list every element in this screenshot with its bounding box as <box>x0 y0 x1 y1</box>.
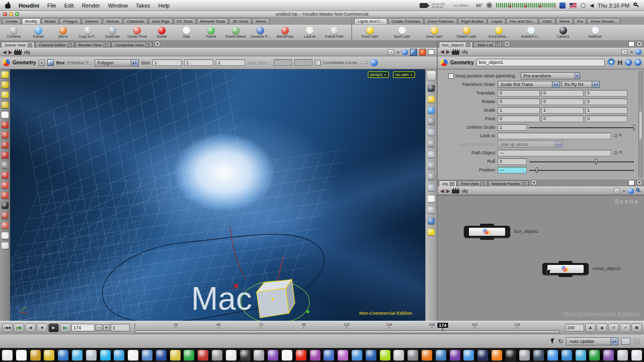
tool-icon[interactable] <box>2 162 9 168</box>
shelf-tab[interactable]: Create Particles <box>388 18 424 24</box>
back-icon[interactable]: ◀ <box>440 189 444 194</box>
shelf-tab[interactable]: Character <box>123 18 148 24</box>
tool-icon[interactable] <box>2 92 9 98</box>
keep-position-checkbox[interactable] <box>448 73 454 79</box>
shelf-tool[interactable]: Parent Blend <box>223 27 248 38</box>
close-icon[interactable]: ✕ <box>104 43 108 47</box>
uniform-scale-field[interactable] <box>498 124 527 131</box>
node-chooser-icon[interactable]: ◲ <box>614 134 618 138</box>
transform-order-select[interactable]: Scale Rot Trans▲▼ <box>498 81 560 88</box>
realtime-toggle-button[interactable]: ◉ <box>597 323 607 332</box>
scale-x-field[interactable] <box>498 107 540 114</box>
stop-button[interactable]: ■ <box>37 323 47 332</box>
dock-icon[interactable] <box>2 350 13 360</box>
size-z-field[interactable] <box>216 59 245 66</box>
node-label[interactable]: box_object1 <box>514 229 539 234</box>
shelf-tab[interactable]: Create <box>2 18 21 24</box>
shelf-tab[interactable]: Modify <box>22 18 41 24</box>
shelf-tab[interactable]: Wires <box>556 18 573 24</box>
shelf-tool[interactable]: Distant Light <box>450 27 482 38</box>
molecule-icon[interactable]: ∴ <box>364 59 368 66</box>
path-dropdown-button[interactable]: ▪ <box>388 49 394 55</box>
tool-icon[interactable] <box>2 102 9 108</box>
menu-render[interactable]: Render <box>82 3 100 9</box>
loop-mode-button[interactable]: ↺ <box>608 323 619 332</box>
info-icon[interactable]: i <box>625 59 632 66</box>
timeline-tick[interactable]: 1 <box>134 323 136 329</box>
gear-icon[interactable] <box>487 3 492 8</box>
viewport-tool-icon[interactable] <box>428 151 435 158</box>
pane-menu-button[interactable] <box>636 41 642 47</box>
rotate-order-select[interactable]: Rx Ry Rz▲▼ <box>561 81 600 88</box>
shelf-tool[interactable]: Area Light <box>418 27 450 38</box>
tool-icon[interactable] <box>2 81 9 88</box>
rotate-z-field[interactable] <box>585 99 627 105</box>
pane-tab[interactable]: box_object1✕ <box>439 42 473 48</box>
dock-icon[interactable] <box>477 350 488 360</box>
network-path-icon[interactable] <box>14 49 22 55</box>
shelf-tab[interactable]: Model <box>41 18 59 24</box>
dock-icon[interactable] <box>114 350 124 360</box>
dock-icon[interactable] <box>436 350 446 360</box>
tool-icon[interactable] <box>2 142 9 148</box>
dock-icon[interactable] <box>393 350 404 360</box>
play-reverse-button[interactable]: [◀] <box>14 323 24 332</box>
shelf-tab[interactable]: Rigid Bodies <box>458 18 488 24</box>
size-y-field[interactable] <box>184 59 213 66</box>
shelf-tab[interactable]: Auto Rigs <box>148 18 173 24</box>
shelf-tab[interactable]: Wires <box>252 18 269 24</box>
node-label[interactable]: curve_object1 <box>593 266 621 271</box>
menu-help[interactable]: Help <box>158 3 170 9</box>
open-floating-icon[interactable]: ⇱ <box>619 134 623 138</box>
dock-icon[interactable] <box>254 350 264 360</box>
timeline-ruler[interactable]: 124487296120144168192216174 <box>135 321 560 334</box>
tool-icon[interactable] <box>2 182 9 189</box>
shelf-tab[interactable]: Maxwell Tools <box>197 18 229 24</box>
shelf-tool[interactable]: Ambient Li... <box>515 27 547 38</box>
maximize-pane-icon[interactable] <box>628 41 634 47</box>
viewport-tool-icon[interactable] <box>428 162 435 169</box>
consolidate-checkbox[interactable]: ✓ <box>315 60 320 65</box>
network-path-icon[interactable] <box>452 49 459 55</box>
viewport[interactable]: Mac <box>10 69 425 321</box>
menu-file[interactable]: File <box>47 3 56 9</box>
shelf-tab[interactable]: Fur <box>574 18 587 24</box>
tool-icon[interactable] <box>2 222 9 229</box>
shelf-tool[interactable]: Extract <box>26 27 51 38</box>
shelf-tab[interactable]: Liquid <box>488 18 505 24</box>
network-editor-canvas[interactable]: Scene box_object1 curve_object1 Non-Comm… <box>438 195 644 321</box>
menu-takes[interactable]: Takes <box>136 3 150 9</box>
bluetooth-icon[interactable] <box>559 3 566 9</box>
dock-icon[interactable] <box>338 350 348 360</box>
new-pane-tab-button[interactable] <box>504 41 510 47</box>
shelf-tool[interactable]: Combine <box>2 27 26 38</box>
scale-y-field[interactable] <box>541 107 584 114</box>
dock-icon[interactable] <box>310 350 320 360</box>
timeline-tick[interactable]: 216 <box>514 323 520 329</box>
dock-icon[interactable] <box>128 350 138 360</box>
tool-icon[interactable] <box>2 152 9 158</box>
network-path-icon[interactable] <box>452 188 459 194</box>
dock-icon[interactable] <box>324 350 334 360</box>
end-frame-field[interactable] <box>565 324 584 331</box>
help-icon[interactable]: ? <box>634 59 641 66</box>
apple-menu-icon[interactable] <box>5 2 11 9</box>
pivot-z-field[interactable] <box>585 116 627 122</box>
shelf-tool[interactable]: Center Pivot <box>125 27 149 38</box>
decrement-frame-button[interactable]: − <box>96 324 102 331</box>
open-floating-icon[interactable]: ⇱ <box>619 151 623 155</box>
dock-icon[interactable] <box>533 350 544 360</box>
forward-icon[interactable]: ▶ <box>446 189 450 194</box>
viewport-tool-icon[interactable] <box>428 196 435 202</box>
dock-icon[interactable] <box>547 350 558 360</box>
pin-icon[interactable]: ➣ <box>629 49 633 54</box>
box-geometry[interactable] <box>257 280 295 318</box>
close-icon[interactable]: ✕ <box>480 182 485 186</box>
dock-icon[interactable] <box>142 350 152 360</box>
help-sphere-icon[interactable] <box>370 59 378 66</box>
shelf-tab[interactable]: Texture <box>103 18 123 24</box>
dock-icon[interactable] <box>30 350 41 360</box>
path-object-field[interactable] <box>498 150 611 156</box>
dock-icon[interactable] <box>212 350 222 360</box>
timeline-scrollbar[interactable] <box>135 330 560 333</box>
